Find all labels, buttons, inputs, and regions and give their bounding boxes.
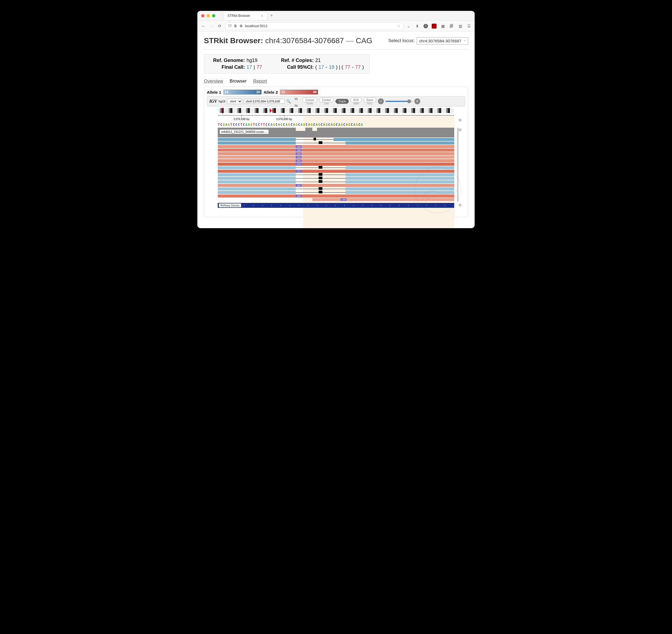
browser-tab[interactable]: STRkit Browser × xyxy=(224,12,268,20)
permissions-icon: ⚙ xyxy=(239,24,243,28)
bookmark-star-icon[interactable]: ☆ xyxy=(397,24,400,28)
igv-toolbar: IGV hg19 chr4 🔍 55 bp CursorGuide Center… xyxy=(207,96,465,106)
locus-text: chr4:3076584-3076687 xyxy=(265,36,344,45)
track-button[interactable]: Track xyxy=(335,99,349,104)
centromere-icon xyxy=(270,108,274,113)
read-row[interactable]: 9 xyxy=(218,138,454,141)
back-button[interactable]: ← xyxy=(201,23,206,29)
location-input[interactable] xyxy=(244,99,285,104)
insertion-badge: 166 xyxy=(341,198,346,201)
read-row[interactable]: 165 xyxy=(218,152,454,155)
allele-legend: Allele 1 16 20 Allele 2 72 88 xyxy=(207,90,465,95)
final-call-label: Final Call: xyxy=(210,64,245,70)
insertion-badge: 174 xyxy=(296,163,301,166)
chromosome-ideogram[interactable] xyxy=(218,108,454,113)
read-row[interactable]: 168 xyxy=(218,149,454,152)
shield-icon: 🛡 xyxy=(228,24,232,28)
genomic-ruler: 3,076,590 bp 3,076,600 bp xyxy=(218,115,454,123)
download-icon[interactable]: ⬇ xyxy=(415,24,420,28)
ref-copies-value: 21 xyxy=(315,57,321,63)
bp-unit: bp xyxy=(295,104,298,107)
zoom-in-button[interactable]: + xyxy=(414,98,420,104)
svg-point-0 xyxy=(415,167,461,213)
ruler-tick-1: 3,076,590 bp xyxy=(233,118,249,121)
url-text: localhost:5011 xyxy=(245,24,268,28)
insertion-badge: 168 xyxy=(296,195,301,197)
insertion-badge: 160 xyxy=(296,145,301,148)
chromosome-select[interactable]: chr4 xyxy=(227,99,242,104)
allele1-label: Allele 1 xyxy=(207,90,221,95)
center-line-button[interactable]: Center xyxy=(319,98,334,102)
sequence-track-gear-icon[interactable]: ⚙ xyxy=(458,118,462,122)
title-separator: — xyxy=(346,36,356,45)
ci-label: Call 95%CI: xyxy=(278,64,314,70)
toolbar-extensions: ⌄ ⬇ D ▦ 🗐 ▥ ☰ xyxy=(406,24,471,28)
watermark-logo xyxy=(411,165,465,214)
alignment-track-gear-icon[interactable]: ⚙ xyxy=(458,128,462,132)
pocket-icon[interactable]: ⌄ xyxy=(406,24,411,28)
read-row[interactable]: 163 xyxy=(218,156,454,159)
insertion-badge: 168 xyxy=(296,149,301,152)
reader-icon[interactable]: 🗐 xyxy=(449,24,454,28)
url-toolbar: ← → ⟳ 🛡 🗎 ⚙ localhost:5011 ☆ ⌄ ⬇ D ▦ 🗐 ▥… xyxy=(198,21,474,31)
ublock-icon[interactable] xyxy=(432,24,437,28)
ci-a-hi: 18 xyxy=(329,64,334,70)
zoom-out-button[interactable]: − xyxy=(378,98,384,104)
allele2-label: Allele 2 xyxy=(264,90,278,95)
header-divider xyxy=(204,49,468,50)
locus-selector: Select locus: chr4:3076584-3076687 xyxy=(388,37,468,45)
reload-button[interactable]: ⟳ xyxy=(217,23,223,29)
ref-copies-label: Ref. # Copies: xyxy=(278,57,314,63)
close-tab-icon[interactable]: × xyxy=(261,14,263,18)
address-bar[interactable]: 🛡 🗎 ⚙ localhost:5011 ☆ xyxy=(225,22,403,30)
read-row[interactable]: 165 xyxy=(218,159,454,163)
page-header: STRkit Browser: chr4:3076584-3076687 — C… xyxy=(204,36,468,45)
page-info-icon: 🗎 xyxy=(234,24,237,28)
browser-panel: Allele 1 16 20 Allele 2 72 88 IGV hg19 c… xyxy=(204,87,468,217)
menu-icon[interactable]: ☰ xyxy=(466,24,471,28)
save-svg-button[interactable]: Save xyxy=(364,98,376,102)
read-row[interactable]: 160 xyxy=(218,145,454,148)
minimize-window-button[interactable] xyxy=(207,14,210,17)
final-call-b: 77 xyxy=(257,64,262,70)
tab-overview[interactable]: Overview xyxy=(204,78,223,84)
zoom-slider[interactable] xyxy=(386,101,413,102)
info-panel: Ref. Genome: hg19 Final Call: 17 | 77 Re… xyxy=(204,54,370,74)
tab-report[interactable]: Report xyxy=(253,78,267,84)
cursor-guide-button[interactable]: Cursor xyxy=(302,98,317,102)
page-content: STRkit Browser: chr4:3076584-3076687 — C… xyxy=(198,31,474,228)
ci-a-lo: 17 xyxy=(319,64,324,70)
insertion-badge: 165 xyxy=(296,184,301,187)
coverage-header: m64012_191221_044659.ccsse… xyxy=(218,128,454,138)
new-tab-button[interactable]: + xyxy=(270,13,273,19)
reference-sequence: TCGAGTCCCTCAAGTCCTTCCAGCAGCAGCAGCAGCAGCA… xyxy=(218,123,454,127)
insertion-badge: 171 xyxy=(296,170,301,173)
bp-count: 55 xyxy=(295,98,298,100)
app-title: STRkit Browser: xyxy=(204,36,263,45)
roi-table-button[interactable]: ROI xyxy=(350,98,362,102)
allele1-gradient: 16 20 xyxy=(224,90,261,95)
ci-b-hi: 77 xyxy=(355,64,361,70)
ci-b-lo: 77 xyxy=(345,64,350,70)
motif-text: CAG xyxy=(356,36,372,45)
read-row[interactable]: 12 xyxy=(218,142,454,145)
ref-genome-value: hg19 xyxy=(247,57,257,63)
locus-select-dropdown[interactable]: chr4:3076584-3076687 xyxy=(417,37,468,45)
tab-title: STRkit Browser xyxy=(228,14,250,18)
close-window-button[interactable] xyxy=(201,14,204,17)
forward-button[interactable]: → xyxy=(209,23,214,29)
tab-browser[interactable]: Browser xyxy=(230,78,247,84)
extension-icon[interactable]: ▦ xyxy=(440,24,445,28)
igv-logo: IGV xyxy=(209,99,217,104)
bam-file-label: m64012_191221_044659.ccsse… xyxy=(219,129,269,134)
sidebar-icon[interactable]: ▥ xyxy=(458,24,463,28)
locus-select-label: Select locus: xyxy=(388,38,414,44)
maximize-window-button[interactable] xyxy=(212,14,215,17)
view-tabs: Overview Browser Report xyxy=(204,78,468,84)
extension-d-icon[interactable]: D xyxy=(423,24,428,28)
titlebar: STRkit Browser × + xyxy=(198,11,474,21)
igv-genome-label: hg19 xyxy=(218,100,225,103)
allele2-gradient: 72 88 xyxy=(280,90,318,95)
ideogram-position-marker xyxy=(223,107,223,114)
search-icon[interactable]: 🔍 xyxy=(286,99,291,103)
